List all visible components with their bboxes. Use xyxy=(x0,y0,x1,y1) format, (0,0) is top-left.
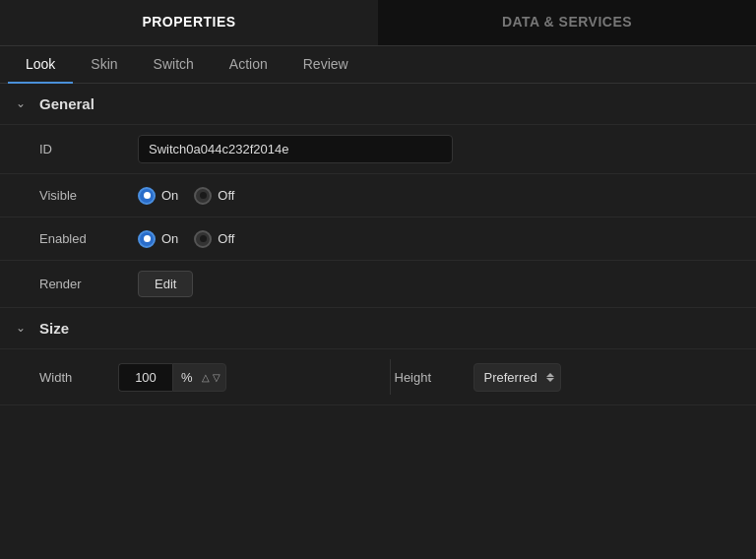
enabled-on-option[interactable]: On xyxy=(138,230,178,248)
render-row: Render Edit xyxy=(0,261,756,308)
render-label: Render xyxy=(39,277,138,291)
enabled-on-label: On xyxy=(161,231,178,246)
tab-action[interactable]: Action xyxy=(212,46,285,84)
enabled-off-label: Off xyxy=(218,231,234,246)
size-section-title: Size xyxy=(39,320,69,337)
tab-review[interactable]: Review xyxy=(285,46,366,84)
sub-tab-bar: Look Skin Switch Action Review xyxy=(0,46,756,84)
render-value: Edit xyxy=(138,271,740,297)
visible-off-label: Off xyxy=(218,188,234,203)
visible-radio-group: On Off xyxy=(138,187,234,205)
tab-data-services[interactable]: DATA & SERVICES xyxy=(378,0,756,45)
visible-on-option[interactable]: On xyxy=(138,187,178,205)
top-tab-bar: PROPERTIES DATA & SERVICES xyxy=(0,0,756,46)
size-chevron-icon: ⌄ xyxy=(16,321,32,337)
content-area: ⌄ General ID Visible On Off xyxy=(0,84,756,559)
size-divider xyxy=(390,359,391,395)
height-select[interactable]: Preferred Fixed Fill xyxy=(473,363,561,392)
visible-row: Visible On Off xyxy=(0,174,756,217)
visible-on-radio[interactable] xyxy=(138,187,156,205)
id-row: ID xyxy=(0,125,756,174)
general-chevron-icon: ⌄ xyxy=(16,96,32,112)
general-section-title: General xyxy=(39,95,94,112)
tab-skin[interactable]: Skin xyxy=(73,46,135,84)
edit-button[interactable]: Edit xyxy=(138,271,193,297)
enabled-label: Enabled xyxy=(39,231,138,246)
tab-switch[interactable]: Switch xyxy=(136,46,212,84)
id-value-container xyxy=(138,135,740,163)
width-input[interactable] xyxy=(118,363,172,392)
enabled-value: On Off xyxy=(138,230,740,248)
enabled-radio-group: On Off xyxy=(138,230,234,248)
width-label: Width xyxy=(39,370,118,385)
enabled-on-radio[interactable] xyxy=(138,230,156,248)
visible-off-radio[interactable] xyxy=(194,187,212,205)
visible-value: On Off xyxy=(138,187,740,205)
unit-select[interactable]: % px em rem xyxy=(172,363,226,392)
size-section-header[interactable]: ⌄ Size xyxy=(0,308,756,349)
id-label: ID xyxy=(39,142,138,156)
tab-properties[interactable]: PROPERTIES xyxy=(0,0,378,45)
height-select-wrapper: Preferred Fixed Fill xyxy=(473,363,561,392)
unit-select-wrapper: % px em rem △ ▽ xyxy=(172,363,226,392)
width-group: Width % px em rem △ ▽ xyxy=(39,363,386,392)
general-section-header[interactable]: ⌄ General xyxy=(0,84,756,125)
enabled-off-radio[interactable] xyxy=(194,230,212,248)
visible-label: Visible xyxy=(39,188,138,203)
size-row: Width % px em rem △ ▽ Height xyxy=(0,349,756,405)
enabled-row: Enabled On Off xyxy=(0,217,756,261)
panel: PROPERTIES DATA & SERVICES Look Skin Swi… xyxy=(0,0,756,559)
id-input[interactable] xyxy=(138,135,453,163)
height-group: Height Preferred Fixed Fill xyxy=(395,363,741,392)
visible-off-option[interactable]: Off xyxy=(194,187,234,205)
visible-on-label: On xyxy=(161,188,178,203)
enabled-off-option[interactable]: Off xyxy=(194,230,234,248)
tab-look[interactable]: Look xyxy=(8,46,73,84)
height-label: Height xyxy=(395,370,473,385)
